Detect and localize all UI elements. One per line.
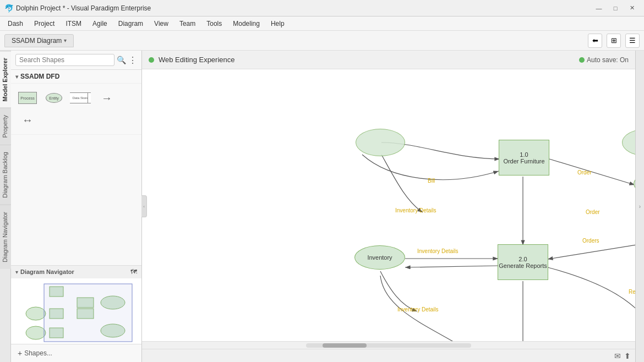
canvas-scrollbar[interactable]: [142, 341, 635, 349]
search-icon[interactable]: 🔍: [117, 56, 126, 64]
share-icon[interactable]: ⬆: [624, 352, 631, 360]
shape-datastore[interactable]: Data Store: [68, 88, 92, 108]
toolbar: SSADM Diagram ▾ ⬅ ⊞ ☰: [0, 31, 644, 51]
diagram-tab[interactable]: SSADM Diagram ▾: [4, 34, 74, 47]
toolbar-back-icon[interactable]: ⬅: [588, 34, 602, 48]
autosave-dot: [579, 57, 585, 63]
entity-logistic-dept[interactable]: Logistic Department: [634, 170, 635, 198]
maximize-button[interactable]: □: [608, 3, 623, 13]
plus-icon: +: [18, 349, 22, 358]
shapes-grid: Process Entity Data Store → ↔: [11, 84, 141, 135]
flow-label-bill: Bill: [428, 178, 435, 184]
left-tabs: Model Explorer Property Diagram Backlog …: [0, 51, 11, 362]
flow-label-inventory-details-1: Inventory Details: [395, 207, 436, 213]
sidebar-item-model-explorer[interactable]: Model Explorer: [0, 51, 11, 108]
menu-item-itsm[interactable]: ITSM: [60, 18, 87, 29]
collapse-handle[interactable]: ‹: [141, 195, 147, 217]
title-text: Dolphin Project * - Visual Paradigm Ente…: [16, 4, 591, 12]
titlebar: 🐬 Dolphin Project * - Visual Paradigm En…: [0, 0, 644, 17]
svg-point-4: [26, 307, 46, 320]
scrollbar-thumb[interactable]: [323, 343, 367, 348]
diagram-navigator-header[interactable]: ▾ Diagram Navigator 🗺: [11, 265, 141, 278]
navigator-canvas: [11, 278, 141, 344]
minimize-button[interactable]: —: [591, 3, 607, 13]
menu-item-diagram[interactable]: Diagram: [113, 18, 149, 29]
web-editing-status-dot: [149, 57, 154, 63]
more-options-icon[interactable]: ⋮: [128, 55, 137, 65]
statusbar: ✉ ⬆: [142, 349, 635, 362]
shape-process[interactable]: Process: [15, 88, 40, 108]
navigator-svg: [11, 278, 142, 344]
autosave-label: Auto save: On: [587, 56, 629, 64]
search-input[interactable]: [15, 54, 114, 66]
close-button[interactable]: ✕: [624, 3, 640, 13]
app-icon: 🐬: [4, 4, 14, 13]
autosave-status: Auto save: On: [579, 56, 629, 64]
flow-label-order-1: Order: [577, 169, 592, 175]
canvas-title: Web Editing Experience: [159, 56, 575, 64]
navigator-icon: 🗺: [130, 268, 137, 276]
flow-label-orders: Orders: [582, 238, 599, 244]
menu-item-team[interactable]: Team: [174, 18, 201, 29]
process-order-furniture[interactable]: 1.0 Order Furniture: [499, 140, 549, 175]
flow-label-order-2: Order: [586, 209, 600, 215]
toolbar-grid-icon[interactable]: ⊞: [607, 34, 621, 48]
menubar: DashProjectITSMAgileDiagramViewTeamTools…: [0, 17, 644, 31]
sidebar-item-property[interactable]: Property: [0, 108, 11, 145]
menu-item-help[interactable]: Help: [265, 18, 290, 29]
menu-item-modeling[interactable]: Modeling: [227, 18, 265, 29]
menu-item-view[interactable]: View: [149, 18, 174, 29]
canvas-header: Web Editing Experience Auto save: On: [142, 51, 635, 69]
section-label: SSADM DFD: [20, 73, 59, 80]
window-controls: — □ ✕: [591, 3, 640, 13]
toolbar-menu-icon[interactable]: ☰: [625, 34, 640, 48]
diagram-canvas[interactable]: 1.0 Order Furniture Logistic Department …: [142, 69, 635, 341]
flow-label-inventory-details-2: Inventory Details: [417, 248, 458, 254]
entity-inventory[interactable]: Inventory: [354, 245, 405, 270]
sidebar-item-diagram-backlog[interactable]: Diagram Backlog: [0, 145, 11, 205]
connections-svg: [142, 69, 635, 341]
sidebar-item-diagram-navigator[interactable]: Diagram Navigator: [0, 205, 11, 269]
section-arrow-icon: ▾: [15, 74, 18, 80]
tab-arrow-icon: ▾: [64, 37, 67, 43]
scrollbar-track: [306, 343, 471, 348]
menu-item-tools[interactable]: Tools: [201, 18, 227, 29]
add-shapes-button[interactable]: + Shapes...: [11, 344, 141, 362]
shapes-panel: 🔍 ⋮ ▾ SSADM DFD Process Entity Data Stor…: [11, 51, 142, 362]
section-header-ssadm[interactable]: ▾ SSADM DFD: [11, 70, 141, 84]
navigator-arrow-icon: ▾: [15, 269, 18, 275]
svg-point-7: [26, 326, 46, 339]
flow-label-reports: Reports: [629, 289, 635, 295]
navigator-label: Diagram Navigator: [20, 268, 74, 275]
main-layout: Model Explorer Property Diagram Backlog …: [0, 51, 644, 362]
shape-arrow[interactable]: →: [95, 88, 119, 108]
canvas-area: Web Editing Experience Auto save: On: [142, 51, 635, 362]
menu-item-agile[interactable]: Agile: [87, 18, 113, 29]
right-collapse-handle[interactable]: ›: [635, 51, 644, 362]
menu-item-dash[interactable]: Dash: [2, 18, 29, 29]
entity-top-right[interactable]: [622, 129, 635, 156]
search-bar: 🔍 ⋮: [11, 51, 141, 70]
shape-entity[interactable]: Entity: [42, 88, 66, 108]
email-icon[interactable]: ✉: [614, 352, 621, 360]
svg-rect-9: [44, 284, 132, 342]
menu-item-project[interactable]: Project: [29, 18, 60, 29]
process-generate-reports[interactable]: 2.0 Generate Reports: [498, 244, 548, 280]
tab-label: SSADM Diagram: [12, 37, 62, 45]
shape-arrow2[interactable]: ↔: [15, 110, 40, 130]
add-shapes-label: Shapes...: [24, 349, 52, 357]
flow-label-inventory-details-3: Inventory Details: [397, 306, 438, 312]
entity-top-left[interactable]: [356, 129, 405, 156]
